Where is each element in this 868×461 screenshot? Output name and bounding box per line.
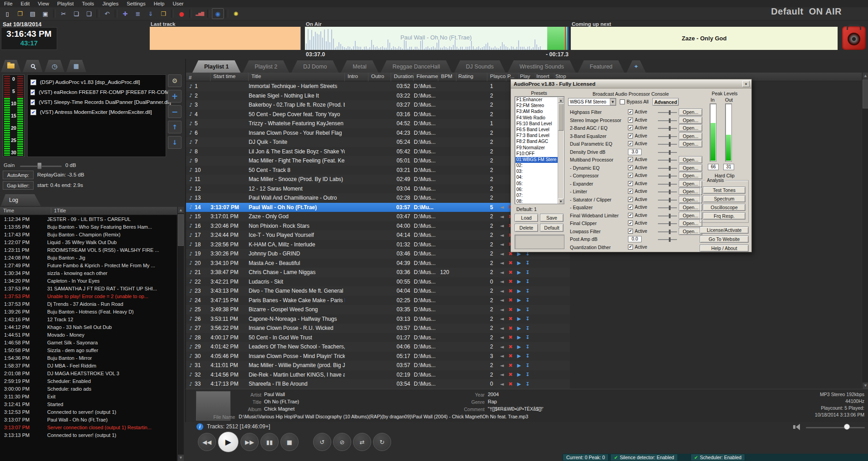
mix-slider[interactable]: [658, 136, 677, 137]
row-mute-icon[interactable]: ◄: [500, 223, 504, 229]
log-row[interactable]: 1:46:58 PM Garnet Silk - Sayonara: [0, 340, 177, 348]
log-row[interactable]: 1:50:58 PM Sizzla - dem ago suffer: [0, 348, 177, 355]
row-delete-icon[interactable]: ✖: [508, 297, 512, 303]
menu-item[interactable]: Edit: [17, 1, 34, 6]
gain-slider-knob[interactable]: [37, 162, 42, 169]
tab-files[interactable]: [1, 60, 21, 72]
col-intro[interactable]: Intro: [345, 73, 368, 81]
active-checkbox[interactable]: ✔: [628, 173, 633, 178]
open-button[interactable]: Open...: [679, 164, 702, 172]
playlist-row[interactable]: ♪32 4:14:56 PM Die-Rek - Martin Luther K…: [186, 370, 570, 380]
log-row[interactable]: 1:13:55 PM Buju Banton - Who Say Featuri…: [0, 224, 177, 232]
row-insert-icon[interactable]: ↧: [525, 334, 530, 340]
log-row[interactable]: 3:13:07 PM Paul Wall - Oh No (Ft.Trae): [0, 417, 177, 425]
log-row[interactable]: 3:11:30 PM Exit: [0, 394, 177, 402]
row-mute-icon[interactable]: ◄: [500, 307, 504, 313]
mix-slider[interactable]: [658, 128, 677, 129]
row-delete-icon[interactable]: ✖: [508, 381, 512, 387]
log-row[interactable]: 1:39:26 PM Buju Banton - Hotness (Feat. …: [0, 309, 177, 317]
playlist-row[interactable]: ♪30 4:05:46 PM Insane Clown Posse - Mind…: [186, 352, 570, 361]
menu-item[interactable]: Playlist: [53, 1, 78, 6]
log-row[interactable]: 1:23:11 PM RIDDIMSTREAM VOL 5 (RS5) - WA…: [0, 247, 177, 255]
scroll-up-icon[interactable]: ▲: [558, 97, 564, 103]
dsp-plugin-item[interactable]: ✔ (VST) Antress ModernExciter [ModernExc…: [30, 107, 166, 117]
open-button[interactable]: Open...: [679, 212, 702, 219]
row-mute-icon[interactable]: ◄: [500, 325, 504, 331]
preset-item[interactable]: 02:: [515, 163, 558, 169]
preset-item[interactable]: 04:: [515, 175, 558, 181]
load-button[interactable]: Load: [515, 214, 538, 222]
log-row[interactable]: 1:37:53 PM 31 SAMANTHA J FT RED RAT - TI…: [0, 286, 177, 294]
mix-slider[interactable]: [658, 200, 677, 201]
preset-item[interactable]: F10:OFF: [515, 151, 558, 157]
col-bpm[interactable]: BPM: [438, 73, 456, 81]
col-filename[interactable]: Filename: [414, 73, 438, 81]
automix-button[interactable]: ↺: [313, 433, 331, 451]
mix-slider[interactable]: [658, 184, 677, 185]
row-delete-icon[interactable]: ✖: [508, 307, 512, 313]
scroll-down-icon[interactable]: ▼: [178, 455, 184, 461]
save-as-icon[interactable]: ▣: [39, 8, 51, 19]
preset-item[interactable]: F5:10 Band Level: [515, 121, 558, 127]
mix-slider[interactable]: [658, 207, 677, 208]
scroll-up-icon[interactable]: ▲: [178, 207, 184, 213]
row-mute-icon[interactable]: ◄: [500, 251, 504, 257]
playlist-tab[interactable]: Featured: [578, 60, 624, 73]
preset-item[interactable]: F6:5 Band Level: [515, 127, 558, 133]
preset-item[interactable]: 05:: [515, 181, 558, 187]
menu-item[interactable]: View: [34, 1, 53, 6]
row-insert-icon[interactable]: ↧: [525, 270, 530, 275]
row-delete-icon[interactable]: ✖: [508, 363, 512, 368]
row-play-icon[interactable]: ▶: [517, 288, 521, 294]
open-button[interactable]: Open...: [679, 156, 702, 163]
row-insert-icon[interactable]: ↧: [525, 372, 530, 378]
mix-slider[interactable]: [658, 191, 677, 192]
new-playlist-icon[interactable]: ▯: [1, 8, 13, 19]
playlist-tab[interactable]: Reggae DanceHall: [381, 60, 452, 73]
row-play-icon[interactable]: ▶: [517, 344, 521, 350]
active-checkbox[interactable]: ✔: [628, 221, 633, 226]
preset-item[interactable]: F7:3 Band Level: [515, 133, 558, 139]
row-insert-icon[interactable]: ↧: [525, 288, 530, 294]
playlist-row[interactable]: ♪29 4:01:42 PM Leaders Of The New School…: [186, 342, 570, 352]
preset-item[interactable]: 08:: [515, 199, 558, 204]
playlist-row[interactable]: ♪23 3:43:13 PM Divo - The Game Needs Me …: [186, 286, 570, 296]
row-play-icon[interactable]: ▶: [517, 334, 521, 340]
log-row[interactable]: 3:13:07 PM Server connection closed (out…: [0, 425, 177, 432]
active-checkbox[interactable]: ✔: [628, 205, 633, 210]
presets-scroll-thumb[interactable]: [558, 103, 564, 131]
license-activate-button[interactable]: License/Activate: [700, 226, 749, 234]
scheduler-status[interactable]: ✔Scheduler: Enabled: [691, 454, 745, 461]
row-delete-icon[interactable]: ✖: [508, 353, 512, 359]
open-button[interactable]: Open...: [679, 108, 702, 116]
tab-dsp[interactable]: ▦: [66, 60, 86, 72]
active-checkbox[interactable]: ✔: [628, 118, 633, 123]
dialog-title-bar[interactable]: AudioProc v1.83 - Fully Licensed: [511, 79, 751, 88]
row-play-icon[interactable]: ▶: [517, 297, 521, 303]
active-checkbox[interactable]: ✔: [628, 245, 633, 250]
row-insert-icon[interactable]: ↧: [525, 316, 530, 322]
network-icon[interactable]: ◉: [212, 8, 224, 19]
row-insert-icon[interactable]: ↧: [525, 307, 530, 313]
row-insert-icon[interactable]: ↧: [525, 325, 530, 331]
playlist-row[interactable]: ♪28 4:00:17 PM 50 Cent - In God We Trust…: [186, 333, 570, 343]
close-icon[interactable]: ✕: [742, 81, 750, 87]
go-to-website-button[interactable]: Go To Website: [700, 235, 749, 243]
checkbox[interactable]: [620, 99, 625, 104]
mix-slider[interactable]: [658, 216, 677, 216]
presets-scrollbar[interactable]: ▲ ▼: [558, 97, 564, 204]
scroll-down-icon[interactable]: ▼: [863, 383, 868, 389]
log-scroll-thumb[interactable]: [178, 214, 184, 246]
row-play-icon[interactable]: ▶: [517, 353, 521, 359]
value-field[interactable]: 0.0: [628, 236, 642, 242]
log-scrollbar[interactable]: ▲ ▼: [177, 207, 184, 461]
row-delete-icon[interactable]: ✖: [508, 279, 512, 284]
preset-item[interactable]: F8:2 Band AGC: [515, 139, 558, 145]
row-insert-icon[interactable]: ↧: [525, 381, 530, 387]
preset-item[interactable]: 06:: [515, 187, 558, 193]
col-playcount[interactable]: Playco...: [487, 73, 506, 81]
mix-slider[interactable]: [658, 223, 677, 224]
toolbar-separator[interactable]: [171, 9, 174, 18]
fast-forward-button[interactable]: ▶▶: [240, 433, 259, 451]
menu-item[interactable]: Tools: [78, 1, 98, 6]
